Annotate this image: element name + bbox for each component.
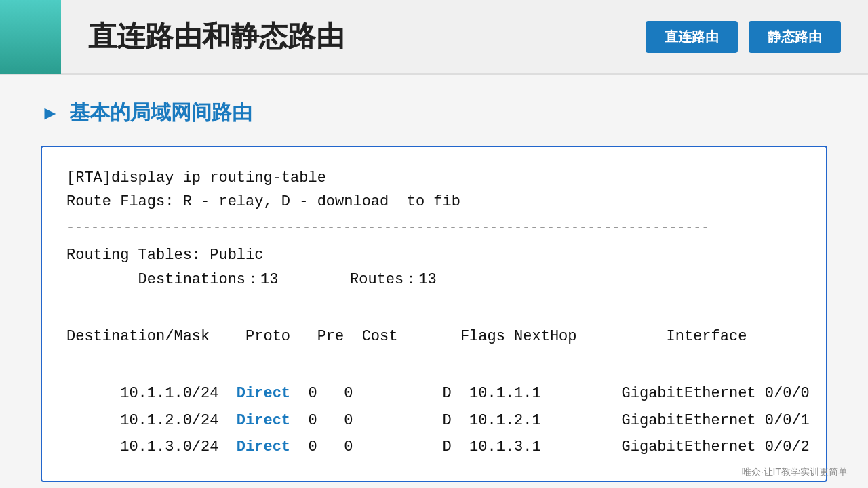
proto-direct-1: Direct xyxy=(237,385,290,402)
proto-direct-3: Direct xyxy=(237,439,290,455)
code-line-2: Route Flags: R - relay, D - download to … xyxy=(66,190,802,214)
code-box: [RTA]display ip routing-table Route Flag… xyxy=(41,146,827,482)
page-title: 直连路由和静态路由 xyxy=(61,18,646,56)
footer-text: 唯众·让IT教学实训更简单 xyxy=(742,466,848,477)
table-row: 10.1.1.0/24 Direct 0 0 D 10.1.1.1 Gigabi… xyxy=(66,382,802,405)
code-destinations: Destinations：13 Routes：13 xyxy=(66,268,802,291)
footer: 唯众·让IT教学实训更简单 xyxy=(742,466,848,479)
direct-route-button[interactable]: 直连路由 xyxy=(646,21,738,53)
section-title: 基本的局域网间路由 xyxy=(69,99,252,127)
proto-direct-2: Direct xyxy=(237,412,290,429)
section-heading: ► 基本的局域网间路由 xyxy=(41,99,827,127)
code-divider: ----------------------------------------… xyxy=(66,218,802,239)
bullet-arrow-icon: ► xyxy=(41,102,60,124)
code-line-1: [RTA]display ip routing-table xyxy=(66,166,802,190)
static-route-button[interactable]: 静态路由 xyxy=(749,21,841,53)
table-row: 10.1.2.0/24 Direct 0 0 D 10.1.2.1 Gigabi… xyxy=(66,409,802,432)
header-buttons: 直连路由 静态路由 xyxy=(646,21,841,53)
code-col-headers: Destination/Mask Proto Pre Cost Flags Ne… xyxy=(66,325,802,348)
table-row: 10.1.3.0/24 Direct 0 0 D 10.1.3.1 Gigabi… xyxy=(66,435,802,459)
main-content: ► 基本的局域网间路由 [RTA]display ip routing-tabl… xyxy=(0,75,868,488)
header-accent xyxy=(0,0,61,74)
header: 直连路由和静态路由 直连路由 静态路由 xyxy=(0,0,868,75)
code-routing-tables: Routing Tables: Public xyxy=(66,243,802,267)
